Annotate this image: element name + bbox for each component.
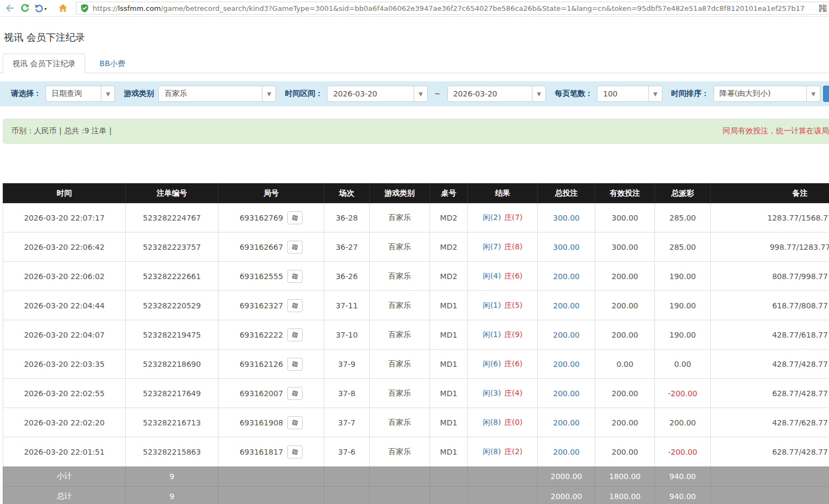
cell-bet-id: 523282218690 xyxy=(126,350,219,379)
cell-game-type: 百家乐 xyxy=(370,379,430,408)
cell-time: 2026-03-20 22:01:51 xyxy=(3,437,126,467)
dice-icon xyxy=(291,448,299,456)
total-bet-link[interactable]: 300.00 xyxy=(553,214,580,222)
home-icon[interactable] xyxy=(57,3,68,14)
cell-game-type: 百家乐 xyxy=(370,203,430,232)
dice-icon xyxy=(291,301,299,310)
browser-toolbar: ▾ https://lssfmm.com/game/betrecord_sear… xyxy=(0,0,829,17)
empty-cell xyxy=(468,467,538,487)
empty-cell xyxy=(370,487,430,504)
cell-valid-bet: 300.00 xyxy=(595,203,655,232)
cell-valid-bet: 0.00 xyxy=(595,350,655,379)
total-bet-link[interactable]: 200.00 xyxy=(553,448,580,456)
cell-payout: 0.00 xyxy=(655,350,711,379)
total-bet-link[interactable]: 200.00 xyxy=(553,272,580,281)
empty-cell xyxy=(324,487,370,504)
chevron-down-icon: ▼ xyxy=(414,86,427,101)
dice-icon xyxy=(291,272,299,281)
round-detail-button[interactable] xyxy=(287,211,303,224)
total-bet-link[interactable]: 200.00 xyxy=(553,418,580,427)
cell-session: 37-8 xyxy=(324,379,370,408)
chevron-down-icon: ▼ xyxy=(532,86,545,101)
total-total-bet: 2000.00 xyxy=(538,487,595,504)
total-bet-link[interactable]: 200.00 xyxy=(553,360,580,369)
cell-bet-id: 523282215863 xyxy=(126,437,219,467)
cell-round: 693162126 xyxy=(219,350,324,379)
total-bet-link[interactable]: 300.00 xyxy=(553,243,580,251)
undo-icon[interactable] xyxy=(34,3,44,14)
cell-remark: 628.77/428.77 xyxy=(711,437,829,467)
page-title: 视讯 会员下注纪录 xyxy=(4,31,829,44)
table-row: 2026-03-20 22:03:35 523282218690 6931621… xyxy=(3,350,829,379)
empty-cell xyxy=(430,467,468,487)
total-bet-link[interactable]: 200.00 xyxy=(553,389,580,398)
cell-time: 2026-03-20 22:02:20 xyxy=(3,408,126,437)
empty-cell xyxy=(370,467,430,487)
sort-select[interactable]: 降幂(由大到小) ▼ xyxy=(714,86,820,102)
empty-cell xyxy=(219,487,324,504)
round-detail-button[interactable] xyxy=(287,416,303,429)
page-size-select[interactable]: 100 ▼ xyxy=(597,86,662,102)
cell-result: 闲(1)庄(9) xyxy=(468,320,538,350)
subtotal-valid-bet: 1800.00 xyxy=(595,467,655,487)
dice-icon xyxy=(291,360,299,369)
empty-cell xyxy=(468,487,538,504)
round-detail-button[interactable] xyxy=(287,358,303,371)
cell-payout: 200.00 xyxy=(655,408,711,437)
cell-remark: 428.77/428.77 xyxy=(711,350,829,379)
round-detail-button[interactable] xyxy=(287,299,303,312)
table-row: 2026-03-20 22:01:51 523282215863 6931618… xyxy=(3,437,829,467)
subtotal-payout: 940.00 xyxy=(655,467,711,487)
tab-bb-tip[interactable]: BB小费 xyxy=(91,54,134,73)
dice-icon xyxy=(291,214,299,222)
result-player: 闲(1) xyxy=(483,330,501,339)
round-number: 693162667 xyxy=(240,243,283,251)
cell-remark: 1283.77/1568.77 xyxy=(711,203,829,232)
result-player: 闲(8) xyxy=(483,418,501,427)
cell-result: 闲(7)庄(8) xyxy=(468,232,538,262)
cell-table-number: MD2 xyxy=(430,232,468,262)
round-detail-button[interactable] xyxy=(287,387,303,400)
date-from-select[interactable]: 2026-03-20 ▼ xyxy=(327,86,428,102)
result-player: 闲(3) xyxy=(483,389,501,397)
undo-dropdown-caret[interactable]: ▾ xyxy=(44,7,47,11)
dice-icon xyxy=(291,243,299,251)
cell-payout: 285.00 xyxy=(655,203,711,232)
empty-cell xyxy=(711,487,829,504)
game-type-select[interactable]: 百家乐 ▼ xyxy=(158,86,276,102)
round-detail-button[interactable] xyxy=(287,270,303,283)
cell-remark: 628.77/428.77 xyxy=(711,379,829,408)
query-mode-select[interactable]: 日期查询 ▼ xyxy=(46,86,115,102)
cell-game-type: 百家乐 xyxy=(370,350,430,379)
cell-round: 693162007 xyxy=(219,379,324,408)
address-bar[interactable]: https://lssfmm.com/game/betrecord_search… xyxy=(76,2,829,15)
tab-bet-record[interactable]: 视讯 会员下注纪录 xyxy=(3,54,85,74)
back-icon[interactable] xyxy=(4,3,15,14)
cell-table-number: MD1 xyxy=(430,379,468,408)
empty-cell xyxy=(219,467,324,487)
search-button[interactable] xyxy=(823,86,829,102)
cell-round: 693162327 xyxy=(219,291,324,320)
round-detail-button[interactable] xyxy=(287,328,303,341)
cell-result: 闲(3)庄(4) xyxy=(468,379,538,408)
date-from-value: 2026-03-20 xyxy=(327,89,377,98)
column-header: 游戏类别 xyxy=(370,184,430,203)
cell-game-type: 百家乐 xyxy=(370,408,430,437)
result-banker: 庄(8) xyxy=(504,242,523,251)
browser-extension-icon[interactable]: 嘂 xyxy=(818,3,828,14)
column-header: 结果 xyxy=(468,184,538,203)
round-number: 693162126 xyxy=(240,360,283,369)
cell-total-bet: 200.00 xyxy=(538,262,595,291)
round-detail-button[interactable] xyxy=(287,241,303,254)
cell-time: 2026-03-20 22:04:07 xyxy=(3,320,126,350)
round-number: 693162007 xyxy=(240,389,283,398)
total-bet-link[interactable]: 200.00 xyxy=(553,331,580,339)
refresh-icon[interactable] xyxy=(20,3,30,14)
cell-valid-bet: 200.00 xyxy=(595,408,655,437)
round-number: 693161908 xyxy=(240,418,283,427)
cell-payout: 190.00 xyxy=(655,262,711,291)
total-bet-link[interactable]: 200.00 xyxy=(553,301,580,310)
cell-valid-bet: 300.00 xyxy=(595,232,655,262)
round-detail-button[interactable] xyxy=(287,445,303,458)
date-to-select[interactable]: 2026-03-20 ▼ xyxy=(447,86,547,102)
